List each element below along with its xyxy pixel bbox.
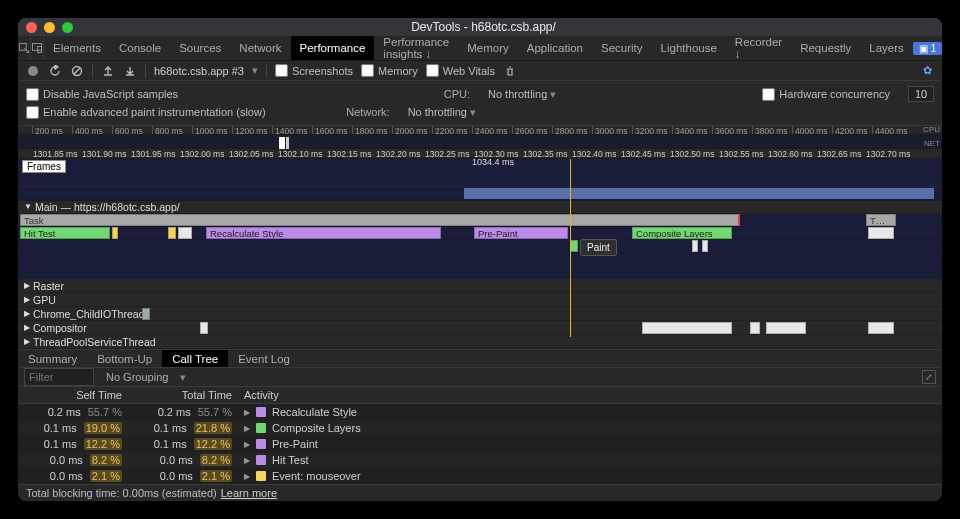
activity-swatch (256, 455, 266, 465)
grouping-select[interactable]: No Grouping (100, 371, 174, 383)
detail-tick: 1302.10 ms (277, 149, 322, 159)
detail-tab-event-log[interactable]: Event Log (228, 350, 300, 367)
activity-swatch (256, 471, 266, 481)
minimize-window-button[interactable] (44, 22, 55, 33)
threadpool-lane[interactable]: ▶ThreadPoolServiceThread (18, 335, 942, 349)
table-row[interactable]: 0.1 ms 19.0 %0.1 ms 21.8 %▶Composite Lay… (18, 420, 942, 436)
seg-misc[interactable] (178, 227, 192, 239)
learn-more-link[interactable]: Learn more (221, 487, 277, 499)
expand-icon[interactable]: ▶ (244, 408, 250, 417)
seg-paint[interactable] (570, 240, 578, 252)
expand-button[interactable]: ⤢ (922, 370, 936, 384)
tab-security[interactable]: Security (592, 36, 652, 60)
seg-hit-test[interactable]: Hit Test (20, 227, 110, 239)
expand-icon[interactable]: ▶ (244, 472, 250, 481)
detail-tab-call-tree[interactable]: Call Tree (162, 350, 228, 367)
inspect-icon[interactable] (18, 36, 31, 60)
tab-performance[interactable]: Performance (291, 36, 375, 60)
tab-console[interactable]: Console (110, 36, 170, 60)
clear-button[interactable] (70, 64, 84, 78)
webvitals-checkbox[interactable]: Web Vitals (426, 64, 495, 77)
window-title: DevTools - h68otc.csb.app/ (73, 20, 894, 34)
close-window-button[interactable] (26, 22, 37, 33)
overview-tick: 1200 ms (232, 126, 268, 134)
detail-tick: 1301.85 ms (32, 149, 77, 159)
tab-layers[interactable]: Layers (860, 36, 913, 60)
memory-checkbox[interactable]: Memory (361, 64, 418, 77)
tab-network[interactable]: Network (230, 36, 290, 60)
hw-concurrency-checkbox[interactable]: Hardware concurrency (762, 88, 890, 101)
compositor-lane[interactable]: ▶Compositor (18, 321, 942, 335)
seg-pre-paint[interactable]: Pre-Paint (474, 227, 568, 239)
flame-chart[interactable]: 1034.4 ms Frames ▶Animation ▼Main — http… (18, 159, 942, 349)
detail-tick: 1302.45 ms (620, 149, 665, 159)
record-button[interactable] (26, 64, 40, 78)
device-icon[interactable] (31, 36, 44, 60)
activity-name: Composite Layers (272, 422, 361, 434)
col-self-time[interactable]: Self Time (18, 387, 128, 403)
filter-row: No Grouping ▾ ⤢ (18, 368, 942, 387)
seg-event-2[interactable] (168, 227, 176, 239)
seg-misc-2[interactable] (868, 227, 894, 239)
svg-line-5 (74, 68, 80, 74)
detail-tab-summary[interactable]: Summary (18, 350, 87, 367)
gpu-lane[interactable]: ▶GPU (18, 293, 942, 307)
detail-tick: 1302.50 ms (669, 149, 714, 159)
svg-point-3 (28, 66, 38, 76)
tab-lighthouse[interactable]: Lighthouse (652, 36, 726, 60)
expand-icon[interactable]: ▶ (244, 456, 250, 465)
raster-lane[interactable]: ▶Raster (18, 279, 942, 293)
seg-task[interactable]: Task (20, 214, 740, 226)
tab-performance-insights-[interactable]: Performance insights ↓ (374, 36, 458, 60)
table-row[interactable]: 0.0 ms 2.1 %0.0 ms 2.1 %▶Event: mouseove… (18, 468, 942, 484)
detail-tick: 1301.90 ms (81, 149, 126, 159)
issues-badge[interactable]: ▣1 (913, 42, 942, 55)
save-profile-button[interactable] (123, 64, 137, 78)
col-total-time[interactable]: Total Time (128, 387, 238, 403)
overview-ruler[interactable]: CPU 200 ms400 ms600 ms800 ms1000 ms1200 … (18, 126, 942, 135)
target-select[interactable]: h68otc.csb.app #3 (154, 65, 244, 77)
tab-memory[interactable]: Memory (458, 36, 518, 60)
network-throttle-select[interactable]: No throttling ▾ (408, 106, 476, 119)
seg-composite-layers[interactable]: Composite Layers (632, 227, 732, 239)
reload-record-button[interactable] (48, 64, 62, 78)
overview-minimap[interactable]: NET (18, 135, 942, 149)
tab-requestly[interactable]: Requestly (791, 36, 860, 60)
tab-application[interactable]: Application (518, 36, 592, 60)
disable-js-checkbox[interactable]: Disable JavaScript samples (26, 88, 178, 101)
maximize-window-button[interactable] (62, 22, 73, 33)
overview-tick: 4200 ms (832, 126, 868, 134)
seg-task-2[interactable]: T… (866, 214, 896, 226)
overview-tick: 3800 ms (752, 126, 788, 134)
col-activity[interactable]: Activity (238, 387, 942, 403)
screenshots-checkbox[interactable]: Screenshots (275, 64, 353, 77)
hw-concurrency-input[interactable] (908, 86, 934, 102)
overview-tick: 3600 ms (712, 126, 748, 134)
childio-lane[interactable]: ▶Chrome_ChildIOThread (18, 307, 942, 321)
overview-tick: 800 ms (152, 126, 183, 134)
activity-name: Hit Test (272, 454, 308, 466)
detail-tab-bottom-up[interactable]: Bottom-Up (87, 350, 162, 367)
cpu-throttle-select[interactable]: No throttling ▾ (488, 88, 556, 101)
table-row[interactable]: 0.2 ms 55.7 %0.2 ms 55.7 %▶Recalculate S… (18, 404, 942, 420)
gc-button[interactable] (503, 64, 517, 78)
main-lane[interactable]: ▼Main — https://h68otc.csb.app/ (18, 200, 942, 214)
detail-tick: 1302.35 ms (522, 149, 567, 159)
seg-recalc-style[interactable]: Recalculate Style (206, 227, 441, 239)
frames-label[interactable]: Frames (22, 160, 66, 173)
overview-tick: 1800 ms (352, 126, 388, 134)
tab-sources[interactable]: Sources (170, 36, 230, 60)
seg-event[interactable] (112, 227, 118, 239)
filter-input[interactable] (24, 368, 94, 386)
detail-tick: 1302.00 ms (179, 149, 224, 159)
capture-settings-icon[interactable]: ✿ (920, 64, 934, 78)
adv-paint-checkbox[interactable]: Enable advanced paint instrumentation (s… (26, 106, 266, 119)
expand-icon[interactable]: ▶ (244, 440, 250, 449)
table-row[interactable]: 0.1 ms 12.2 %0.1 ms 12.2 %▶Pre-Paint (18, 436, 942, 452)
tab-elements[interactable]: Elements (44, 36, 110, 60)
expand-icon[interactable]: ▶ (244, 424, 250, 433)
tab-recorder-[interactable]: Recorder ↓ (726, 36, 791, 60)
load-profile-button[interactable] (101, 64, 115, 78)
table-row[interactable]: 0.0 ms 8.2 %0.0 ms 8.2 %▶Hit Test (18, 452, 942, 468)
activity-swatch (256, 423, 266, 433)
